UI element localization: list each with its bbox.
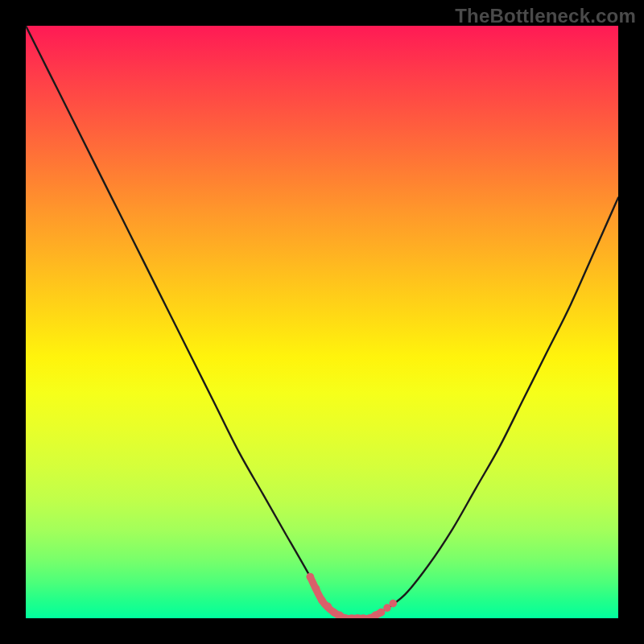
low-band-dot	[390, 600, 398, 608]
curve-svg	[26, 26, 618, 618]
bottleneck-curve	[26, 26, 618, 618]
low-band-dot	[307, 573, 315, 581]
chart-frame: TheBottleneck.com	[0, 0, 644, 644]
bottleneck-curve-group	[26, 26, 618, 618]
watermark-text: TheBottleneck.com	[455, 5, 636, 27]
low-band-dot	[312, 584, 320, 592]
low-band-dot	[318, 597, 326, 605]
low-band-dot	[324, 603, 332, 611]
low-band-marker	[307, 573, 398, 618]
plot-area	[26, 26, 618, 618]
